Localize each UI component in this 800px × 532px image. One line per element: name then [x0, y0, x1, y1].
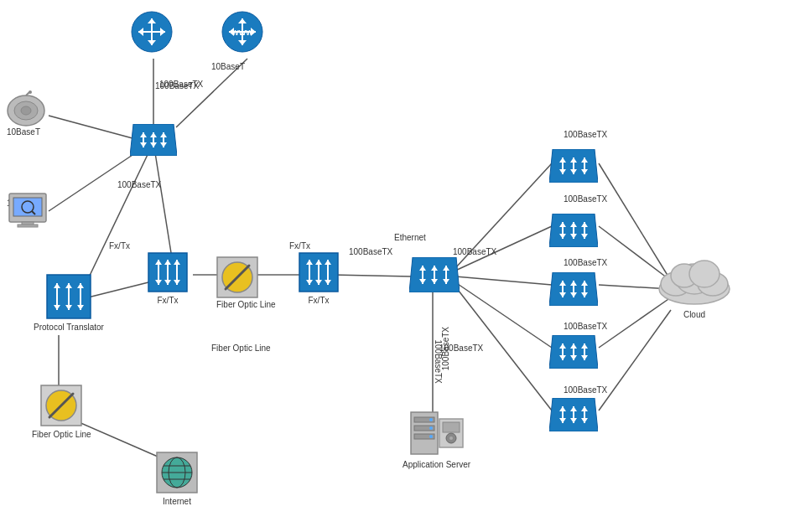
label-100basetx-switch-main: 100BaseTX [117, 180, 161, 189]
fiber-optic-left-label: Fiber Optic Line [32, 430, 91, 439]
svg-rect-56 [18, 225, 38, 227]
label-100basetx-r3b: 100BaseTX [564, 258, 607, 267]
svg-rect-119 [443, 422, 460, 432]
svg-line-19 [599, 310, 671, 411]
switch-main-node [130, 124, 177, 156]
fiber-optic-line-label: Fiber Optic Line [216, 300, 276, 309]
label-fxtx-2: Fx/Tx [289, 241, 310, 251]
internet-label: Internet [163, 497, 191, 506]
label-fiber-optic-line-mid: Fiber Optic Line [211, 343, 271, 353]
svg-point-116 [429, 426, 433, 430]
svg-point-121 [449, 436, 453, 440]
fiber-media1-fxtx-label: Fx/Tx [158, 296, 179, 305]
fiber-media2-node: Fx/Tx [298, 251, 340, 305]
label-ethernet: Ethernet [394, 233, 426, 242]
proto-translator-node: Protocol Translator [34, 273, 104, 332]
svg-line-2 [49, 116, 132, 138]
router1-node [130, 10, 174, 54]
svg-point-117 [429, 435, 433, 438]
fiber-media2-fxtx-label: Fx/Tx [309, 296, 330, 305]
label-10baset-router2: 10BaseT [211, 62, 245, 71]
svg-line-8 [332, 275, 411, 276]
svg-text:WWW: WWW [231, 28, 253, 37]
label-100basetx-vertical: 100BaseTX [441, 327, 450, 370]
switch-r3-node [549, 272, 598, 306]
label-100basetx-center: 100BaseTX [349, 247, 392, 256]
svg-line-6 [153, 142, 172, 258]
switch-r2-node [549, 214, 598, 247]
svg-line-10 [455, 276, 552, 285]
center-switch-node [409, 257, 460, 292]
diagram-container: 100BaseTX 100BaseTX 10BaseT 10BaseT 10Ba… [0, 0, 800, 532]
label-100basetx-r3: 100BaseTX [453, 247, 496, 256]
app-server-label: Application Server [403, 460, 470, 469]
cloud-node: Cloud [652, 247, 736, 319]
label-100basetx-r4: 100BaseTX [564, 322, 607, 331]
switch-r5-node [549, 398, 598, 431]
switch-r4-node [549, 335, 598, 369]
svg-point-40 [21, 106, 31, 115]
label-100basetx-r5: 100BaseTX [564, 385, 607, 395]
cloud-label: Cloud [683, 310, 705, 319]
label-fxtx-1: Fx/Tx [109, 241, 130, 251]
vertical-100basetx-label: 100BaseTX [434, 340, 443, 384]
label-100basetx-1: 100BaseTX [155, 81, 199, 90]
svg-point-115 [429, 418, 433, 421]
fiber-media1-node: Fx/Tx [147, 251, 189, 305]
workstation-node [7, 191, 49, 230]
label-100basetx-r1: 100BaseTX [564, 130, 607, 139]
satellite-node [4, 90, 48, 131]
svg-point-42 [29, 90, 32, 94]
label-100basetx-r2: 100BaseTX [564, 194, 607, 204]
fiber-line-mid-node [216, 256, 259, 299]
router2-node: WWW [221, 10, 264, 54]
app-server-node: Application Server [403, 411, 470, 469]
svg-point-177 [689, 261, 719, 287]
internet-node: Internet [155, 451, 199, 506]
switch-r1-node [549, 149, 598, 183]
svg-line-13 [455, 282, 552, 348]
proto-translator-label: Protocol Translator [34, 323, 104, 332]
fiber-optic-left-node: Fiber Optic Line [32, 384, 91, 439]
